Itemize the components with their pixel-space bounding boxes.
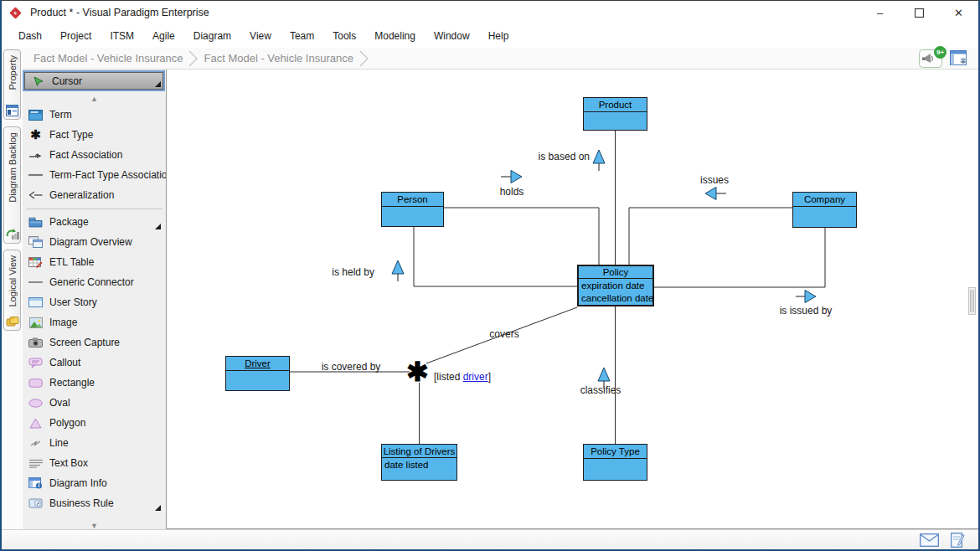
connector-label-is-issued-by[interactable]: is issued by [776,305,835,317]
minimize-icon: – [877,7,883,19]
menu-project[interactable]: Project [51,30,101,42]
diagram-toolbox: Cursor ▲ Term ✱ Fact Type [23,70,166,529]
term-box-policy-type[interactable]: Policy Type [583,444,647,481]
tool-label: Term-Fact Type Association [49,169,173,181]
term-box-policy[interactable]: Policy expiration date cancellation date [577,265,654,306]
expand-corner-icon[interactable] [155,505,161,511]
package-icon [28,215,43,229]
diagram-navigator-icon[interactable] [950,50,968,67]
vertical-scrollbar-thumb[interactable] [968,287,976,315]
tool-fact-association[interactable]: Fact Association [23,145,166,165]
rectangle-icon [28,376,43,389]
tool-generic-connector[interactable]: Generic Connector [23,272,166,292]
arrow-up-is-held-by [392,260,404,281]
connector-label-is-held-by[interactable]: is held by [329,266,374,278]
toolbox-separator [26,209,162,209]
expand-corner-icon[interactable] [155,224,161,229]
menu-view[interactable]: View [240,30,281,42]
tool-label: Screen Capture [49,337,120,348]
arrow-up-is-based-on [593,150,605,171]
edit-document-icon[interactable] [951,533,965,548]
text-box-icon [28,456,43,470]
image-icon [28,316,43,329]
close-icon: ✕ [954,7,963,19]
tab-diagram-backlog[interactable]: Diagram Backlog [3,126,21,244]
menu-modeling[interactable]: Modeling [365,30,425,42]
connector-label-classifies[interactable]: classifies [579,384,622,396]
connector-label-issues[interactable]: issues [694,174,735,186]
maximize-button[interactable] [900,1,939,24]
term-box-product[interactable]: Product [583,97,647,131]
tool-business-rule[interactable]: Business Rule [23,493,166,513]
tool-diagram-info[interactable]: i Diagram Info [23,473,166,493]
connector-label-is-covered-by[interactable]: is covered by [321,361,381,373]
fact-role-driver-link[interactable]: driver [463,371,488,383]
menu-help[interactable]: Help [479,30,518,42]
breadcrumb-item[interactable]: Fact Model - Vehicle Insurance [204,52,353,64]
tool-package[interactable]: Package [23,212,166,232]
tool-user-story[interactable]: User Story [23,292,166,312]
diagram-canvas[interactable]: Product Person Company Policy expiration… [166,70,978,529]
fact-type-symbol[interactable]: ✱ [406,358,429,385]
tool-rectangle[interactable]: Rectangle [23,373,166,393]
tab-logical-view[interactable]: Logical View [3,250,21,331]
menu-team[interactable]: Team [281,30,323,42]
breadcrumb-item[interactable]: Fact Model - Vehicle Insurance [34,52,183,64]
connector-lines [167,70,978,529]
svg-text:i: i [39,482,40,488]
term-name: Person [382,193,443,207]
term-box-driver[interactable]: Driver [225,356,290,391]
term-name: Policy Type [584,445,647,459]
side-tab-strip: Property Diagram Backlog [2,48,23,529]
tool-screen-capture[interactable]: Screen Capture [23,332,166,353]
tool-label: Generic Connector [49,276,134,288]
tool-oval[interactable]: Oval [23,393,166,413]
connector-label-is-based-on[interactable]: is based on [538,151,590,162]
chevron-right-icon [358,49,369,68]
screen-capture-icon [28,336,43,349]
term-box-person[interactable]: Person [381,192,444,227]
statusbar [2,529,978,549]
menubar: Dash Project ITSM Agile Diagram View Tea… [2,24,978,48]
toolbox-scroll-up[interactable]: ▲ [23,93,166,105]
tool-image[interactable]: Image [23,312,166,332]
tool-label: Polygon [49,417,85,429]
close-button[interactable]: ✕ [939,1,978,24]
announcements-button[interactable]: 9+ [919,49,942,68]
tool-fact-type[interactable]: ✱ Fact Type [23,125,166,145]
menu-diagram[interactable]: Diagram [184,30,240,42]
menu-itsm[interactable]: ITSM [101,30,143,42]
tool-text-box[interactable]: Text Box [23,453,166,473]
property-grid-icon [6,105,18,116]
term-box-company[interactable]: Company [792,192,857,228]
tool-polygon[interactable]: Polygon [23,413,166,433]
menu-dash[interactable]: Dash [9,30,51,42]
tool-label: Business Rule [49,497,114,509]
fact-role-label[interactable]: [listed driver] [434,371,491,383]
tab-property[interactable]: Property [3,49,21,120]
tool-callout[interactable]: Callout [23,353,166,373]
toolbox-scroll-down[interactable]: ▼ [23,520,166,532]
menu-window[interactable]: Window [425,30,479,42]
tool-term-fact-type-association[interactable]: Term-Fact Type Association [23,165,166,185]
tool-label: Fact Association [49,149,122,161]
term-box-listing-of-drivers[interactable]: Listing of Drivers date listed [381,444,457,481]
line-icon [28,436,43,450]
expand-corner-icon[interactable] [155,81,161,87]
menu-tools[interactable]: Tools [323,30,365,42]
minimize-button[interactable]: – [860,1,900,24]
menu-agile[interactable]: Agile [143,30,184,42]
business-rule-icon [28,497,43,510]
tool-line[interactable]: Line [23,433,166,453]
tool-label: Diagram Info [49,477,107,489]
tool-generalization[interactable]: Generalization [23,185,166,205]
tool-term[interactable]: Term [23,105,166,125]
tool-etl-table[interactable]: ETL Table [23,252,166,272]
tool-cursor[interactable]: Cursor [24,72,163,90]
maximize-icon [915,8,924,18]
connector-label-covers[interactable]: covers [487,328,521,340]
tool-diagram-overview[interactable]: Diagram Overview [23,232,166,252]
connector-label-holds[interactable]: holds [495,186,529,198]
polygon-icon [28,416,43,430]
mail-icon[interactable] [920,533,939,547]
